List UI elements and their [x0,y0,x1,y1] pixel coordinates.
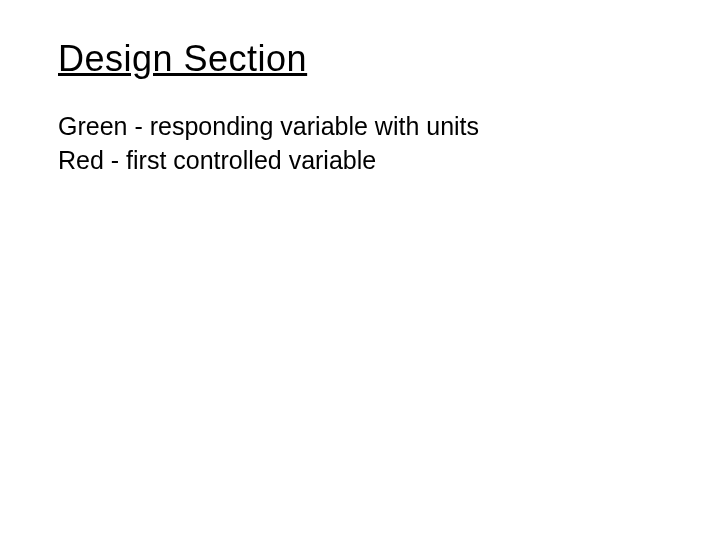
section-heading: Design Section [58,38,662,80]
legend-line-green: Green - responding variable with units [58,110,662,144]
legend-line-red: Red - first controlled variable [58,144,662,178]
